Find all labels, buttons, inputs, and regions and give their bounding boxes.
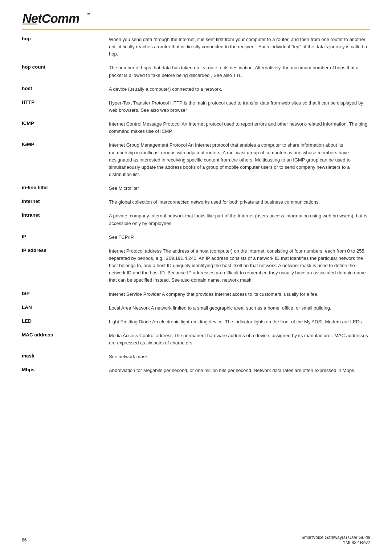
footer-guide-info: SmartVoice Gateway(s) User Guide YML832 … <box>301 535 370 545</box>
glossary-row: hostA device (usually a computer) connec… <box>22 83 370 97</box>
glossary-row: in-line filterSee Microfilter <box>22 183 370 196</box>
glossary-term: Mbps <box>22 365 109 379</box>
glossary-definition: When you send data through the Internet,… <box>109 34 370 62</box>
glossary-row: MbpsAbbreviation for Megabits per second… <box>22 365 370 379</box>
glossary-row: MAC addressMedia Access Control address … <box>22 330 370 351</box>
glossary-definition: The number of hops that data has taken o… <box>109 62 370 83</box>
glossary-term: host <box>22 83 109 97</box>
glossary-term: LAN <box>22 302 109 316</box>
glossary-term: LED <box>22 316 109 330</box>
glossary-row: maskSee network mask. <box>22 351 370 365</box>
glossary-term: IP <box>22 232 109 245</box>
glossary-definition: Local Area Network A network limited to … <box>109 302 370 316</box>
glossary-term: hop <box>22 34 109 62</box>
glossary-definition: Hyper-Text Transfer Protocol HTTP is the… <box>109 97 370 118</box>
glossary-definition: See network mask. <box>109 351 370 365</box>
glossary-row: InternetThe global collection of interco… <box>22 196 370 210</box>
glossary-term: HTTP <box>22 97 109 118</box>
footer-page-number: 86 <box>22 537 26 543</box>
glossary-row: HTTPHyper-Text Transfer Protocol HTTP is… <box>22 97 370 118</box>
page-header: NetComm ™ <box>22 7 370 30</box>
glossary-row: IGMPInternet Group Management Protocol A… <box>22 139 370 183</box>
svg-text:NetComm: NetComm <box>23 12 79 25</box>
logo-container: NetComm ™ <box>22 7 94 27</box>
glossary-definition: Internet Control Message Protocol An Int… <box>109 118 370 139</box>
glossary-term: intranet <box>22 210 109 231</box>
glossary-definition: Light Emitting Diode An electronic light… <box>109 316 370 330</box>
netcomm-logo: NetComm ™ <box>22 7 94 27</box>
page-wrapper: NetComm ™ hopWhen you send data through … <box>0 0 392 408</box>
glossary-row: hop countThe number of hops that data ha… <box>22 62 370 83</box>
glossary-definition: The global collection of interconnected … <box>109 196 370 210</box>
page-footer: 86 SmartVoice Gateway(s) User Guide YML8… <box>22 532 370 545</box>
glossary-term: IGMP <box>22 139 109 183</box>
glossary-term: mask <box>22 351 109 365</box>
glossary-row: LEDLight Emitting Diode An electronic li… <box>22 316 370 330</box>
glossary-table: hopWhen you send data through the Intern… <box>22 34 370 379</box>
guide-subtitle: YML832 Rev2 <box>301 540 370 545</box>
glossary-row: hopWhen you send data through the Intern… <box>22 34 370 62</box>
glossary-term: in-line filter <box>22 183 109 196</box>
svg-text:™: ™ <box>86 12 90 16</box>
glossary-term: hop count <box>22 62 109 83</box>
glossary-definition: Internet Service Provider A company that… <box>109 289 370 302</box>
glossary-row: intranetA private, company-internal netw… <box>22 210 370 231</box>
glossary-definition: Media Access Control address The permane… <box>109 330 370 351</box>
glossary-definition: Internet Group Management Protocol An In… <box>109 139 370 183</box>
glossary-term: ISP <box>22 289 109 302</box>
glossary-row: IP addressInternet Protocol address The … <box>22 245 370 289</box>
glossary-row: ISPInternet Service Provider A company t… <box>22 289 370 302</box>
glossary-definition: See Microfilter <box>109 183 370 196</box>
guide-title: SmartVoice Gateway(s) User Guide <box>301 535 370 540</box>
glossary-definition: Abbreviation for Megabits per second, or… <box>109 365 370 379</box>
glossary-term: MAC address <box>22 330 109 351</box>
glossary-row: LANLocal Area Network A network limited … <box>22 302 370 316</box>
glossary-definition: Internet Protocol address The address of… <box>109 245 370 289</box>
glossary-row: ICMPInternet Control Message Protocol An… <box>22 118 370 139</box>
glossary-row: IPSee TCP/IP. <box>22 232 370 245</box>
glossary-term: Internet <box>22 196 109 210</box>
glossary-definition: A device (usually a computer) connected … <box>109 83 370 97</box>
glossary-definition: A private, company-internal network that… <box>109 210 370 231</box>
glossary-term: IP address <box>22 245 109 289</box>
glossary-definition: See TCP/IP. <box>109 232 370 245</box>
glossary-term: ICMP <box>22 118 109 139</box>
